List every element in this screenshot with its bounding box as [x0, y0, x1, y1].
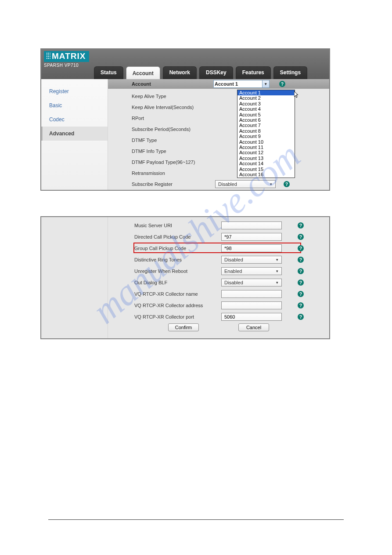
sidebar-item-register[interactable]: Register — [41, 84, 108, 98]
label-dtmf-payload: DTMF Payload Type(96~127) — [132, 160, 215, 165]
account-option[interactable]: Account 14 — [237, 161, 295, 166]
tab-settings[interactable]: Settings — [273, 66, 307, 79]
label-rport: RPort — [132, 116, 215, 121]
confirm-button[interactable]: Confirm — [168, 323, 199, 331]
out-dialog-blf-select[interactable]: Disabled▾ — [221, 279, 282, 287]
account-option[interactable]: Account 4 — [237, 106, 295, 112]
tab-network[interactable]: Network — [163, 66, 197, 79]
music-server-uri-input[interactable] — [221, 221, 282, 229]
account-option[interactable]: Account 11 — [237, 145, 295, 150]
account-option[interactable]: Account 8 — [237, 128, 295, 134]
directed-pickup-input[interactable] — [221, 233, 282, 241]
brand-logo: MATRIX — [44, 51, 89, 62]
form-area-2: Music Server URI? Directed Call Pickup C… — [108, 217, 329, 338]
label-music-server-uri: Music Server URI — [134, 223, 220, 228]
select-value: Disabled — [224, 280, 243, 285]
select-value: Disabled — [224, 257, 243, 262]
account-option[interactable]: Account 12 — [237, 150, 295, 155]
brand-block: MATRIX SPARSH VP710 — [44, 51, 89, 68]
label-vq-collector-port: VQ RTCP-XR Collector port — [134, 314, 220, 319]
header-bar: MATRIX SPARSH VP710 Status Account Netwo… — [41, 49, 329, 79]
form-header-row: Account Account 1 ▾ ? — [108, 79, 329, 89]
help-icon[interactable]: ? — [298, 222, 304, 229]
account-option[interactable]: Account 2 — [237, 95, 295, 101]
sidebar: Register Basic Codec Advanced — [41, 79, 108, 190]
label-keep-alive-type: Keep Alive Type — [132, 94, 215, 99]
panel-account-bottom: Music Server URI? Directed Call Pickup C… — [40, 216, 330, 339]
label-vq-collector-addr: VQ RTCP-XR Collector address — [134, 303, 220, 308]
panel-account-top: MATRIX SPARSH VP710 Status Account Netwo… — [40, 48, 330, 191]
account-option[interactable]: Account 7 — [237, 123, 295, 128]
label-out-dialog-blf: Out Dialog BLF — [134, 280, 220, 285]
cancel-button[interactable]: Cancel — [238, 323, 269, 331]
help-icon[interactable]: ? — [298, 245, 304, 251]
tabs: Status Account Network DSSKey Features S… — [94, 66, 307, 79]
account-option[interactable]: Account 13 — [237, 156, 295, 161]
vq-collector-port-input[interactable] — [221, 313, 282, 321]
group-pickup-input[interactable] — [221, 244, 282, 252]
help-icon[interactable]: ? — [298, 234, 304, 240]
help-icon[interactable]: ? — [279, 81, 285, 87]
help-icon[interactable]: ? — [298, 314, 304, 320]
account-option[interactable]: Account 15 — [237, 167, 295, 172]
chevron-down-icon: ▾ — [276, 258, 281, 262]
sidebar-item-codec[interactable]: Codec — [41, 112, 108, 127]
subscribe-register-select[interactable]: Disabled ▾ — [215, 180, 276, 188]
product-name: SPARSH VP710 — [44, 63, 89, 68]
tab-dsskey[interactable]: DSSKey — [199, 66, 233, 79]
account-option[interactable]: Account 3 — [237, 101, 295, 106]
account-option[interactable]: Account 10 — [237, 139, 295, 145]
label-subscribe-period: Subscribe Period(Seconds) — [132, 127, 215, 132]
account-dropdown[interactable]: Account 1 Account 2 Account 3 Account 4 … — [237, 90, 295, 178]
label-dtmf-type: DTMF Type — [132, 138, 215, 143]
account-select[interactable]: Account 1 ▾ — [213, 80, 270, 88]
help-icon[interactable]: ? — [298, 302, 304, 308]
label-retransmission: Retransmission — [132, 170, 215, 176]
help-icon[interactable]: ? — [284, 181, 290, 187]
help-icon[interactable]: ? — [298, 257, 304, 263]
chevron-down-icon: ▾ — [276, 269, 281, 273]
help-icon[interactable]: ? — [298, 291, 304, 297]
label-distinctive-ring: Distinctive Ring Tones — [134, 257, 220, 262]
label-unregister-reboot: Unregister When Reboot — [134, 268, 220, 274]
sidebar-placeholder — [41, 217, 108, 338]
tab-status[interactable]: Status — [94, 66, 123, 79]
vq-collector-name-input[interactable] — [221, 290, 282, 298]
account-option[interactable]: Account 6 — [237, 117, 295, 123]
help-icon[interactable]: ? — [298, 268, 304, 274]
sidebar-item-advanced[interactable]: Advanced — [41, 127, 108, 141]
account-option[interactable]: Account 1 — [237, 90, 295, 95]
subscribe-register-value: Disabled — [218, 181, 237, 187]
label-dtmf-info-type: DTMF Info Type — [132, 149, 215, 154]
sidebar-item-basic[interactable]: Basic — [41, 98, 108, 112]
label-vq-collector-name: VQ RTCP-XR Collector name — [134, 291, 220, 297]
tab-features[interactable]: Features — [236, 66, 271, 79]
account-option[interactable]: Account 5 — [237, 112, 295, 117]
account-header-label: Account — [132, 81, 151, 87]
help-icon[interactable]: ? — [298, 279, 304, 286]
vq-collector-addr-input[interactable] — [221, 301, 282, 309]
chevron-down-icon: ▾ — [276, 280, 281, 285]
account-select-value: Account 1 — [215, 81, 238, 87]
account-option[interactable]: Account 9 — [237, 134, 295, 139]
chevron-down-icon: ▾ — [270, 182, 274, 186]
form-area-1: Account Account 1 ▾ ? Keep Alive Type? K… — [108, 79, 329, 190]
label-directed-pickup: Directed Call Pickup Code — [134, 234, 220, 239]
account-option[interactable]: Account 16 — [237, 172, 295, 177]
distinctive-ring-select[interactable]: Disabled▾ — [221, 256, 282, 264]
label-group-pickup: Group Call Pickup Code — [134, 246, 220, 251]
unregister-reboot-select[interactable]: Enabled▾ — [221, 267, 282, 275]
chevron-down-icon: ▾ — [262, 80, 269, 87]
footer-rule — [48, 519, 344, 520]
label-keep-alive-interval: Keep Alive Interval(Seconds) — [132, 105, 215, 110]
select-value: Enabled — [224, 268, 242, 274]
tab-account[interactable]: Account — [126, 66, 160, 79]
label-subscribe-register: Subscribe Register — [132, 181, 215, 187]
